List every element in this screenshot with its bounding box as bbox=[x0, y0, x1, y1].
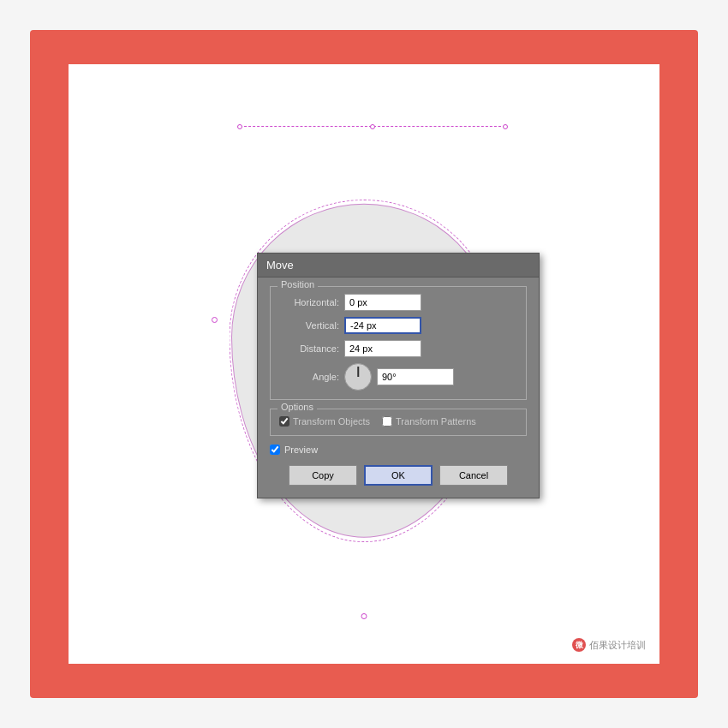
position-legend: Position bbox=[277, 279, 318, 289]
transform-patterns-label: Transform Patterns bbox=[396, 416, 476, 427]
egg-handle-left bbox=[212, 317, 218, 323]
angle-input[interactable] bbox=[377, 368, 454, 385]
dialog-titlebar: Move bbox=[258, 254, 539, 277]
vertical-row: Vertical: bbox=[279, 317, 517, 334]
angle-row: Angle: bbox=[279, 363, 517, 391]
preview-label: Preview bbox=[284, 445, 318, 455]
distance-label: Distance: bbox=[279, 343, 339, 354]
transform-objects-label: Transform Objects bbox=[293, 416, 370, 427]
angle-label: Angle: bbox=[279, 372, 339, 382]
handle-center-top bbox=[370, 124, 375, 129]
preview-checkbox[interactable] bbox=[270, 445, 280, 455]
vertical-input[interactable] bbox=[344, 317, 421, 334]
watermark: 微 佰果设计培训 bbox=[572, 638, 646, 652]
copy-button[interactable]: Copy bbox=[289, 465, 357, 486]
watermark-text: 佰果设计培训 bbox=[589, 639, 646, 652]
canvas-area: Move Position Horizontal: Vertical: D bbox=[69, 64, 659, 664]
dialog-body: Position Horizontal: Vertical: Distance: bbox=[258, 277, 539, 498]
distance-row: Distance: bbox=[279, 340, 517, 357]
transform-objects-checkbox[interactable] bbox=[279, 416, 289, 427]
position-group: Position Horizontal: Vertical: Distance: bbox=[270, 286, 527, 400]
selection-line bbox=[240, 126, 505, 127]
transform-objects-item[interactable]: Transform Objects bbox=[279, 416, 370, 427]
ok-button[interactable]: OK bbox=[364, 465, 433, 486]
transform-patterns-checkbox[interactable] bbox=[382, 416, 392, 427]
preview-row: Preview bbox=[270, 445, 527, 455]
horizontal-input[interactable] bbox=[344, 294, 421, 311]
options-group: Options Transform Objects Transform Patt… bbox=[270, 409, 527, 436]
handle-left bbox=[237, 124, 242, 129]
weibo-icon: 微 bbox=[572, 638, 586, 652]
angle-dial[interactable] bbox=[344, 363, 372, 391]
horizontal-row: Horizontal: bbox=[279, 294, 517, 311]
egg-handle-bottom bbox=[361, 613, 367, 619]
handle-right bbox=[503, 124, 508, 129]
transform-patterns-item[interactable]: Transform Patterns bbox=[382, 416, 476, 427]
vertical-label: Vertical: bbox=[279, 320, 339, 331]
options-row: Transform Objects Transform Patterns bbox=[279, 416, 517, 427]
outer-frame: Move Position Horizontal: Vertical: D bbox=[30, 30, 698, 698]
button-row: Copy OK Cancel bbox=[270, 465, 527, 486]
options-legend: Options bbox=[277, 402, 317, 412]
cancel-button[interactable]: Cancel bbox=[439, 465, 508, 486]
dialog-title: Move bbox=[266, 259, 294, 272]
distance-input[interactable] bbox=[344, 340, 421, 357]
move-dialog: Move Position Horizontal: Vertical: D bbox=[257, 253, 540, 498]
horizontal-label: Horizontal: bbox=[279, 297, 339, 307]
